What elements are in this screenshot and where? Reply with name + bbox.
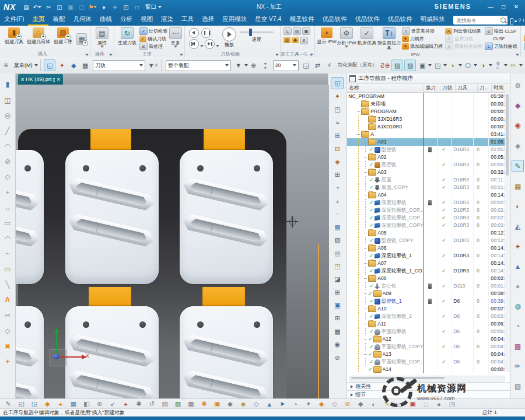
electrode-part[interactable]	[180, 306, 273, 398]
show-ipw-button[interactable]: ◗ 显示 IPW	[317, 27, 337, 44]
circle-icon[interactable]: ⊘	[2, 156, 13, 167]
section-dependencies[interactable]: 相关性	[347, 382, 510, 390]
machine-simulation-button[interactable]: ✓ 机床仿真	[356, 27, 377, 46]
cut-icon[interactable]: ◕	[331, 195, 343, 206]
tree-row[interactable]: ✓深度轮廓铣_1_CO...✓D10R3000:14:4	[347, 267, 510, 275]
roles-icon[interactable]: ▧	[512, 380, 523, 391]
system-materials-icon[interactable]: ◔	[512, 321, 523, 332]
show-hide-icon[interactable]: ▨	[391, 60, 403, 71]
delete-face-icon[interactable]: ✖	[2, 341, 13, 352]
mtool-icon-1[interactable]: L	[284, 27, 292, 35]
mtool-icon-5[interactable]: ◆	[292, 37, 299, 43]
display-icon[interactable]: ◪	[331, 274, 343, 285]
horizontal-scrollbar[interactable]	[349, 376, 505, 382]
step-back-button[interactable]	[189, 28, 199, 38]
diamond-shortcut-icon[interactable]: ◇	[251, 400, 261, 408]
speed-knob[interactable]	[249, 29, 252, 36]
group-operate-dialog-launcher[interactable]	[109, 54, 113, 56]
group-ipw-dialog-launcher[interactable]	[516, 54, 519, 56]
generate-icon[interactable]: ⊞	[331, 287, 343, 298]
no-entry-icon[interactable]: ⊘	[343, 400, 352, 408]
tab-youpin-3[interactable]: 优品软件	[383, 13, 416, 26]
shaded-edges-icon[interactable]: ◖	[447, 60, 458, 71]
direct-sketch-icon[interactable]: ▮	[2, 79, 13, 90]
gem-shortcut-icon[interactable]: ◈	[239, 400, 248, 408]
divide-by-holder-button[interactable]: Ƨ按夹持器分割	[445, 43, 482, 50]
block-shortcut-icon[interactable]: ◆	[226, 400, 235, 408]
tree-row[interactable]: ✓深度轮廓铣_2✓D6000:02:1	[347, 313, 510, 320]
image-shortcut-icon[interactable]: ▦	[69, 400, 78, 408]
tree-row[interactable]: ✓深度轮廓铣_1✓D10R3000:14:1	[347, 252, 510, 260]
tab-tools[interactable]: 工具	[177, 13, 198, 26]
section-details[interactable]: 细节	[347, 390, 510, 398]
tab-analysis[interactable]: 分析	[116, 13, 136, 26]
search-input[interactable]	[455, 17, 501, 24]
tab-application[interactable]: 应用模块	[218, 13, 251, 26]
settings-gear-icon[interactable]: ⚙	[512, 80, 523, 92]
point-shortcut-icon[interactable]: +	[56, 400, 65, 408]
create-geometry-icon[interactable]: ⊞	[331, 169, 343, 180]
expander-icon[interactable]: −	[362, 351, 368, 358]
history-icon[interactable]: ●	[512, 281, 523, 292]
extrude-icon[interactable]: ◫	[2, 95, 13, 106]
tree-row[interactable]: −A0500:12:0	[347, 229, 510, 237]
fit-view-icon[interactable]: ◳	[432, 60, 443, 71]
tab-home[interactable]: 主页	[28, 13, 48, 26]
more-button[interactable]: ⋯ 更多	[169, 27, 183, 48]
fillet-icon[interactable]: ◠	[2, 233, 13, 244]
snap-point-icon[interactable]: ✦	[57, 60, 67, 71]
part-tab-close-icon[interactable]: ✕	[57, 77, 61, 82]
assembly-navigator-icon[interactable]: ◆	[512, 100, 523, 111]
geometry-view-icon[interactable]: ◰	[331, 104, 343, 115]
window-icon[interactable]: □	[132, 3, 141, 11]
expander-icon[interactable]: −	[362, 275, 368, 282]
group-process-dialog-launcher[interactable]	[180, 54, 183, 56]
tree-row[interactable]: ✓底壁铣✓D16R3000:05:5	[347, 161, 510, 169]
csys-shortcut-icon[interactable]: +	[121, 400, 131, 408]
arc-icon[interactable]: ◠	[2, 141, 13, 152]
pattern-icon[interactable]: ◇	[2, 326, 13, 336]
tree-row[interactable]: −✓A0900:39:1	[347, 290, 510, 298]
create-method-icon[interactable]: ⊟	[331, 144, 343, 155]
scope-combo[interactable]: 整个装配	[166, 60, 231, 71]
polygon-icon[interactable]: ◇	[2, 172, 13, 182]
fly-shortcut-icon[interactable]: ➤	[278, 400, 287, 408]
menu-button[interactable]: 菜单(M)	[14, 62, 33, 69]
notes-icon[interactable]: ✏	[512, 360, 523, 372]
tree-row[interactable]: ✓型腔铣_1✓D6000:39:0	[347, 298, 510, 305]
tree-row[interactable]: −A1000:02:1	[347, 305, 510, 313]
set-holder-button[interactable]: T设置夹持器	[402, 27, 443, 35]
help-icon[interactable]: ?	[518, 16, 521, 24]
tab-view[interactable]: 视图	[136, 13, 157, 26]
3d-scene[interactable]: X	[16, 85, 329, 398]
process-studio-icon[interactable]: ✦	[512, 241, 523, 252]
go-to-end-button[interactable]	[205, 39, 215, 49]
tab-curve[interactable]: 曲线	[96, 13, 116, 26]
refresh-brush-icon[interactable]: ✏	[508, 60, 519, 71]
tree-row[interactable]: −PROGRAM00:00:0	[347, 108, 510, 116]
tree-row[interactable]: ✓底面✓D16R3000:11:1	[347, 176, 510, 184]
trim-icon[interactable]: ✂	[2, 310, 13, 321]
tree-row[interactable]: ✓型腔铣_COPY✓D10R3000:12:0	[347, 237, 510, 244]
go-to-start-button[interactable]	[189, 39, 199, 49]
tree-row[interactable]: 未用项00:00:0	[347, 100, 510, 108]
sphere-pair-icon[interactable]: ●●	[260, 60, 271, 71]
group-animation-dialog-launcher[interactable]	[275, 54, 279, 56]
box2-shortcut-icon[interactable]: ◆	[317, 400, 326, 408]
list-icon[interactable]: ⊞	[331, 313, 343, 324]
tree-row[interactable]: −A0101:05:5	[347, 138, 510, 146]
paste-special-icon[interactable]: ▢	[77, 3, 86, 11]
swap-view-icon[interactable]: ⇄	[312, 60, 323, 71]
wcs-origin[interactable]	[54, 354, 59, 359]
box3-shortcut-icon[interactable]: ◇	[330, 400, 340, 408]
expander-icon[interactable]: −	[362, 191, 368, 199]
tab-render[interactable]: 渲染	[157, 13, 177, 26]
mtool-icon-3[interactable]: ▣	[302, 27, 310, 35]
tree-row[interactable]: −✓A1200:04:0	[347, 335, 510, 343]
filter-add-icon[interactable]: ▼	[233, 60, 244, 71]
tree-row[interactable]: ✓型腔铣✓D16R3001:05:4	[347, 146, 510, 153]
datum-csys-icon[interactable]: +	[2, 356, 13, 367]
tree-row[interactable]: NC_PROGRAM05:38:2	[347, 93, 510, 100]
holder-library-button[interactable]: ▼刀柄库	[402, 35, 443, 43]
hd3d-tools-icon[interactable]: ◭	[512, 221, 523, 232]
